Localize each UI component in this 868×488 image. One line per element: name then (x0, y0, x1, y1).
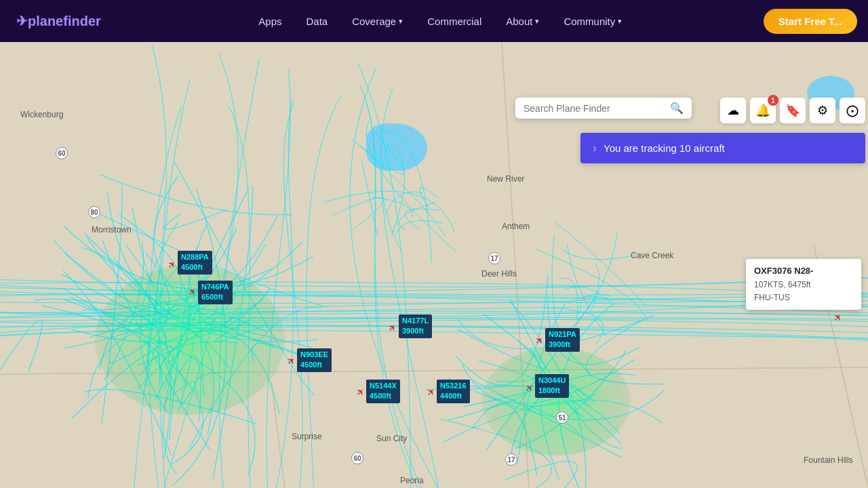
fullscreen-icon: ⨀ (846, 103, 859, 118)
nav-community[interactable]: Community ▾ (553, 10, 633, 33)
city-wickenburg: Wickenburg (20, 110, 63, 119)
tracking-chevron-icon: › (593, 141, 597, 155)
layers-icon: ☁ (727, 103, 739, 118)
city-cavecreek: Cave Creek (631, 251, 673, 260)
nav-commercial[interactable]: Commercial (416, 10, 492, 33)
city-surprise: Surprise (292, 432, 322, 441)
nav-apps[interactable]: Apps (248, 10, 292, 33)
city-morristown: Morristown (92, 225, 132, 235)
aircraft-label-n5144x[interactable]: N5144X4500ft (366, 380, 400, 403)
tooltip-speed-alt: 107KTS, 6475ft (754, 279, 853, 291)
fullscreen-button[interactable]: ⨀ (840, 98, 865, 123)
about-chevron-icon: ▾ (535, 17, 539, 26)
aircraft-label-n921pa[interactable]: N921PA3900ft (545, 328, 580, 352)
coverage-chevron-icon: ▾ (399, 17, 403, 26)
aircraft-label-n746pa[interactable]: N746PA6500ft (198, 281, 233, 304)
city-fountainhills: Fountain Hills (804, 455, 853, 465)
notification-badge: 1 (768, 95, 778, 106)
search-input[interactable] (524, 103, 665, 114)
nav-data[interactable]: Data (295, 10, 338, 33)
city-peoria: Peoria (400, 476, 424, 485)
aircraft-tooltip: OXF3076 N28- 107KTS, 6475ft FHU-TUS (746, 259, 861, 310)
bookmark-icon: 🔖 (785, 103, 800, 118)
tooltip-route: FHU-TUS (754, 291, 853, 304)
nav-about[interactable]: About ▾ (495, 10, 550, 33)
notifications-button[interactable]: 🔔 1 (750, 98, 776, 123)
nav-links: Apps Data Coverage ▾ Commercial About ▾ … (117, 10, 764, 33)
logo[interactable]: ✈planefinder (0, 13, 117, 29)
tracking-banner[interactable]: › You are tracking 10 aircraft (580, 133, 865, 163)
start-free-button[interactable]: Start Free T... (764, 9, 857, 34)
navbar: ✈planefinder Apps Data Coverage ▾ Commer… (0, 0, 868, 42)
route-60b: 60 (351, 452, 363, 464)
route-80: 80 (88, 206, 100, 218)
aircraft-label-n4177l[interactable]: N4177L3900ft (399, 314, 432, 338)
route-51: 51 (556, 411, 568, 424)
logo-text: ✈planefinder (16, 14, 101, 28)
city-suncity: Sun City (376, 434, 407, 443)
aircraft-label-n903ee[interactable]: N903EE4500ft (297, 348, 332, 372)
nav-coverage[interactable]: Coverage ▾ (341, 10, 414, 33)
layers-button[interactable]: ☁ (720, 98, 746, 123)
city-deerhills: Deer Hills (481, 269, 517, 279)
aircraft-label-n288pa[interactable]: N288PA4500ft (178, 251, 212, 274)
city-anthem: Anthem (502, 222, 530, 231)
tooltip-callsign: OXF3076 N28- (754, 264, 853, 279)
bell-icon: 🔔 (755, 103, 770, 118)
gear-icon: ⚙ (817, 103, 828, 118)
settings-button[interactable]: ⚙ (810, 98, 835, 123)
city-newriver: New River (487, 174, 524, 184)
search-icon[interactable]: 🔍 (670, 102, 684, 115)
route-17: 17 (488, 252, 500, 264)
bookmark-button[interactable]: 🔖 (780, 98, 806, 123)
airport-cluster-right (481, 347, 631, 455)
route-17b: 17 (505, 453, 517, 466)
map[interactable]: Wickenburg New River Anthem Cave Creek D… (0, 42, 868, 488)
tracking-label: You are tracking 10 aircraft (604, 142, 725, 154)
route-60: 60 (56, 147, 68, 159)
aircraft-label-n53216[interactable]: N532164400ft (437, 380, 470, 403)
search-bar: 🔍 (515, 98, 692, 119)
community-chevron-icon: ▾ (618, 17, 622, 26)
map-controls: ☁ 🔔 1 🔖 ⚙ ⨀ (720, 98, 865, 123)
aircraft-label-n3044u[interactable]: N3044U1800ft (535, 374, 569, 398)
